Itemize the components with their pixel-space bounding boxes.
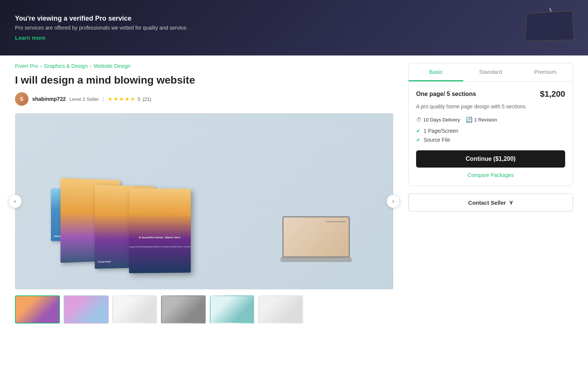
main-content: Fiverr Pro › Graphics & Design › Website… xyxy=(0,55,588,331)
seller-separator: | xyxy=(103,96,104,102)
main-image: Siding Create Roof A beautiful home. Sta… xyxy=(15,113,393,289)
star-2: ★ xyxy=(113,96,118,102)
thumbnail-4[interactable] xyxy=(161,295,206,324)
laptop-mockup xyxy=(282,216,357,265)
revision-meta: 🔄 1 Revision xyxy=(466,117,497,123)
clock-icon: ⏱ xyxy=(416,117,421,123)
feature-source-label: Source File xyxy=(424,137,450,143)
revision-label: 1 Revision xyxy=(474,117,497,123)
star-5: ★ xyxy=(130,96,135,102)
package-card: Basic Standard Premium One page/ 5 secti… xyxy=(408,63,573,186)
seller-level: Level 2 Seller xyxy=(69,96,99,102)
contact-seller-button[interactable]: Contact Seller ∨ xyxy=(408,193,573,211)
package-content: One page/ 5 sections $1,200 A pro qualit… xyxy=(409,82,573,186)
thumbnail-6[interactable] xyxy=(258,295,303,324)
laptop-base xyxy=(281,258,352,262)
chevron-down-icon: ∨ xyxy=(509,199,513,206)
poster-front: A beautiful home. Starts here. Freeport … xyxy=(129,188,191,273)
package-features: ✔ 1 Page/Screen ✔ Source File xyxy=(416,128,565,143)
review-count: (21) xyxy=(143,96,151,102)
package-description: A pro quality home page design with 5 se… xyxy=(416,103,565,111)
tablet-icon xyxy=(525,10,575,41)
package-tabs: Basic Standard Premium xyxy=(409,63,573,82)
package-price: $1,200 xyxy=(540,89,565,99)
breadcrumb-graphics-design[interactable]: Graphics & Design xyxy=(44,63,88,69)
compare-packages-link[interactable]: Compare Packages xyxy=(416,172,565,178)
pro-banner: You're viewing a verified Pro service Pr… xyxy=(0,0,588,55)
package-header: One page/ 5 sections $1,200 xyxy=(416,89,565,99)
left-column: Fiverr Pro › Graphics & Design › Website… xyxy=(15,63,393,324)
banner-text: You're viewing a verified Pro service Pr… xyxy=(15,15,188,41)
mockup-scene: Siding Create Roof A beautiful home. Sta… xyxy=(34,122,375,281)
feature-source: ✔ Source File xyxy=(416,137,565,143)
banner-title: You're viewing a verified Pro service xyxy=(15,15,188,22)
rating-value: 5 xyxy=(137,96,140,102)
delivery-label: 10 Days Delivery xyxy=(423,117,460,123)
thumbnail-1[interactable] xyxy=(15,295,60,324)
continue-button[interactable]: Continue ($1,200) xyxy=(416,150,565,168)
poster-sub-text: Freeport Home Remodeling Solutions | Per… xyxy=(129,245,191,248)
feature-page-label: 1 Page/Screen xyxy=(424,128,458,134)
page-title: I will design a mind blowing website xyxy=(15,73,393,87)
tab-basic[interactable]: Basic xyxy=(409,63,463,81)
star-1: ★ xyxy=(108,96,113,102)
breadcrumb-website-design[interactable]: Website Design xyxy=(94,63,130,69)
star-rating: ★ ★ ★ ★ ★ 5 (21) xyxy=(108,96,151,102)
refresh-icon: 🔄 xyxy=(466,117,472,123)
poster-main-text: A beautiful home. Starts here. xyxy=(139,236,181,239)
thumbnail-strip xyxy=(15,295,393,324)
siding-label: Siding xyxy=(54,235,61,237)
seller-info: S shabinmp722 Level 2 Seller | ★ ★ ★ ★ ★… xyxy=(15,92,393,106)
thumbnail-5[interactable] xyxy=(210,295,255,324)
check-icon-1: ✔ xyxy=(416,128,421,134)
prev-button[interactable]: ‹ xyxy=(8,195,22,208)
right-column: Basic Standard Premium One page/ 5 secti… xyxy=(408,63,573,211)
thumbnail-2[interactable] xyxy=(64,295,109,324)
thumbnail-3[interactable] xyxy=(112,295,157,324)
gallery: Siding Create Roof A beautiful home. Sta… xyxy=(15,113,393,289)
laptop-screen xyxy=(282,216,350,258)
contact-seller-label: Contact Seller xyxy=(468,199,506,206)
package-name: One page/ 5 sections xyxy=(416,91,476,97)
next-button[interactable]: › xyxy=(387,195,400,208)
star-3: ★ xyxy=(119,96,124,102)
breadcrumb: Fiverr Pro › Graphics & Design › Website… xyxy=(15,63,393,69)
tab-premium[interactable]: Premium xyxy=(518,63,573,81)
delivery-meta: ⏱ 10 Days Delivery xyxy=(416,117,460,123)
package-meta: ⏱ 10 Days Delivery 🔄 1 Revision xyxy=(416,117,565,123)
page-wrapper: You're viewing a verified Pro service Pr… xyxy=(0,0,588,379)
breadcrumb-sep-2: › xyxy=(90,63,91,69)
banner-illustration xyxy=(491,9,573,46)
breadcrumb-fiverr-pro[interactable]: Fiverr Pro xyxy=(15,63,38,69)
check-icon-2: ✔ xyxy=(416,137,421,143)
star-4: ★ xyxy=(125,96,130,102)
feature-page: ✔ 1 Page/Screen xyxy=(416,128,565,134)
banner-subtitle: Pro services are offered by professional… xyxy=(15,25,188,31)
tab-standard[interactable]: Standard xyxy=(463,63,518,81)
roof-label: Create Roof xyxy=(98,261,111,263)
learn-more-link[interactable]: Learn more xyxy=(15,34,46,41)
breadcrumb-sep-1: › xyxy=(40,63,42,69)
avatar: S xyxy=(15,92,28,106)
seller-name[interactable]: shabinmp722 xyxy=(32,96,66,102)
